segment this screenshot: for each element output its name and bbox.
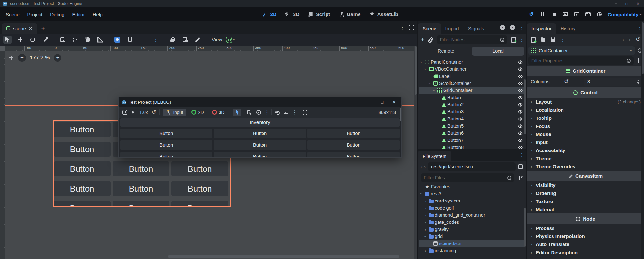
movie-mode-icon[interactable] bbox=[596, 11, 602, 17]
expand-chevron-icon[interactable]: › bbox=[424, 199, 428, 203]
expand-chevron-icon[interactable]: › bbox=[424, 220, 428, 225]
grid-visibility-dropdown[interactable]: › bbox=[226, 37, 235, 43]
file-item-diamond-grid-container[interactable]: ›diamond_grid_container bbox=[418, 212, 526, 219]
file-item-gravity[interactable]: ›gravity bbox=[418, 226, 526, 233]
expand-chevron-icon[interactable]: › bbox=[419, 192, 424, 196]
scene-tree-node-panelcontainer[interactable]: ›PanelContainer bbox=[418, 58, 526, 66]
inventory-button[interactable]: Button bbox=[120, 140, 212, 150]
menu-editor[interactable]: Editor bbox=[68, 10, 89, 19]
group-material[interactable]: ›Material bbox=[527, 205, 644, 213]
group-theme-overrides[interactable]: ›Theme Overrides bbox=[527, 162, 644, 171]
maximize-icon[interactable]: □ bbox=[626, 1, 628, 6]
visibility-eye-icon[interactable] bbox=[518, 124, 523, 129]
group-layout[interactable]: ›Layout(2 changes) bbox=[527, 98, 644, 106]
tab-inspector[interactable]: Inspector bbox=[527, 23, 556, 34]
magnet-snap-icon[interactable] bbox=[126, 36, 134, 44]
menu-debug[interactable]: Debug bbox=[46, 10, 68, 19]
skeleton-icon[interactable] bbox=[193, 36, 202, 44]
close-icon[interactable]: ✕ bbox=[636, 1, 639, 6]
value-spinner[interactable] bbox=[637, 80, 639, 84]
add-scene-tab-button[interactable]: + bbox=[37, 25, 49, 34]
inventory-button[interactable]: Button bbox=[214, 129, 306, 138]
history-back-icon[interactable]: ‹ bbox=[622, 37, 624, 43]
scene-tree-node-button2[interactable]: Button2 bbox=[418, 101, 526, 108]
local-button[interactable]: Local bbox=[472, 47, 524, 56]
snap-options-icon[interactable]: ⋮ bbox=[151, 36, 159, 44]
inventory-button[interactable]: Button bbox=[307, 129, 400, 138]
scene-tree-node-button6[interactable]: Button6 bbox=[418, 130, 526, 137]
file-item-gate-codes[interactable]: ›gate_codes bbox=[418, 219, 526, 226]
property-value-box[interactable]: 3 bbox=[584, 78, 642, 86]
filter-nodes-box[interactable] bbox=[437, 35, 507, 44]
revert-property-icon[interactable]: ↺ bbox=[564, 79, 569, 85]
visibility-eye-icon[interactable] bbox=[518, 67, 523, 72]
file-item-code-golf[interactable]: ›code golf bbox=[418, 204, 526, 212]
category-gridcontainer[interactable]: GridContainer bbox=[527, 66, 644, 76]
camera-override-icon[interactable] bbox=[283, 109, 289, 115]
play-scene-icon[interactable] bbox=[574, 11, 580, 17]
game-window[interactable]: Test Project (DEBUG) − □ ✕ 1.0x ↺ Input bbox=[118, 97, 402, 158]
inventory-button[interactable]: Button bbox=[214, 140, 306, 150]
next-frame-icon[interactable] bbox=[131, 109, 136, 115]
visibility-eye-icon[interactable] bbox=[518, 138, 523, 143]
2d-viewport[interactable]: ButtonButtonButtonButtonButtonButtonButt… bbox=[0, 46, 417, 259]
save-resource-icon[interactable] bbox=[550, 37, 556, 43]
prev-dock-icon[interactable]: ‹ bbox=[500, 25, 505, 30]
audio-mute-icon[interactable] bbox=[274, 109, 280, 115]
group-visibility[interactable]: ›Visibility bbox=[527, 181, 644, 189]
resource-menu-icon[interactable]: ⋮ bbox=[560, 37, 564, 43]
inventory-button[interactable]: Button bbox=[307, 152, 400, 157]
group-localization[interactable]: ›Localization bbox=[527, 106, 644, 114]
pause-icon[interactable] bbox=[540, 11, 546, 17]
ruler-icon[interactable] bbox=[96, 36, 104, 44]
select-tool-icon[interactable] bbox=[3, 36, 12, 44]
file-item-favorites-[interactable]: ★Favorites: bbox=[418, 183, 526, 190]
tab-history[interactable]: History bbox=[556, 23, 580, 34]
spin-up-icon[interactable] bbox=[637, 80, 639, 81]
group-tooltip[interactable]: ›Tooltip bbox=[527, 114, 644, 122]
mode-2d[interactable]: 2D bbox=[262, 11, 277, 17]
3d-debug-button[interactable]: 3D bbox=[209, 109, 227, 116]
expand-chevron-icon[interactable]: › bbox=[427, 81, 432, 86]
visibility-eye-icon[interactable] bbox=[518, 81, 523, 86]
current-path[interactable]: res://grid/scene.tscn bbox=[428, 162, 516, 171]
game-list-select-tool[interactable] bbox=[244, 109, 253, 116]
restart-icon[interactable]: ↺ bbox=[529, 11, 534, 17]
visibility-eye-icon[interactable] bbox=[518, 60, 523, 65]
load-resource-icon[interactable] bbox=[540, 37, 546, 43]
spin-down-icon[interactable] bbox=[637, 82, 639, 84]
expand-chevron-icon[interactable]: › bbox=[423, 67, 428, 71]
center-view-icon[interactable] bbox=[8, 55, 14, 61]
inventory-button[interactable]: Button bbox=[120, 152, 212, 157]
scene-tree-node-button[interactable]: Button bbox=[418, 94, 526, 101]
zoom-in-button[interactable]: + bbox=[54, 54, 61, 62]
scene-tree-node-button3[interactable]: Button3 bbox=[418, 108, 526, 115]
minimize-icon[interactable]: − bbox=[370, 100, 372, 105]
filter-properties-input[interactable] bbox=[531, 58, 626, 63]
expand-chevron-icon[interactable]: › bbox=[432, 88, 436, 93]
menu-project[interactable]: Project bbox=[24, 10, 47, 19]
filesystem-menu-icon[interactable]: ⋮ bbox=[520, 152, 523, 158]
game-window-titlebar[interactable]: Test Project (DEBUG) − □ ✕ bbox=[119, 97, 401, 107]
embed-fullscreen-icon[interactable] bbox=[302, 109, 308, 115]
expand-chevron-icon[interactable]: › bbox=[423, 234, 428, 239]
sort-files-icon[interactable] bbox=[518, 175, 523, 181]
2d-debug-button[interactable]: 2D bbox=[189, 109, 207, 116]
group-accessibility[interactable]: ›Accessibility bbox=[527, 146, 644, 154]
expand-chevron-icon[interactable]: › bbox=[424, 206, 428, 211]
visibility-eye-icon[interactable] bbox=[518, 102, 523, 107]
zoom-level[interactable]: 177.2 % bbox=[30, 55, 50, 61]
close-tab-icon[interactable]: ✕ bbox=[28, 26, 33, 32]
visibility-eye-icon[interactable] bbox=[518, 131, 523, 136]
expand-chevron-icon[interactable]: › bbox=[419, 60, 424, 64]
node-selector[interactable]: GridContainer › bbox=[528, 46, 635, 55]
camera-reset-icon[interactable] bbox=[256, 109, 262, 115]
inventory-button[interactable]: Button bbox=[214, 152, 306, 157]
scene-tree-node-scrollcontainer[interactable]: ›ScrollContainer bbox=[418, 80, 526, 87]
split-view-icon[interactable] bbox=[518, 164, 523, 170]
zoom-out-button[interactable]: − bbox=[18, 54, 26, 62]
play-custom-scene-icon[interactable] bbox=[585, 11, 591, 17]
inventory-button[interactable]: Button bbox=[120, 129, 212, 138]
input-mode-button[interactable]: Input bbox=[163, 109, 186, 116]
group-auto-translate[interactable]: ›Auto Translate bbox=[527, 240, 644, 248]
